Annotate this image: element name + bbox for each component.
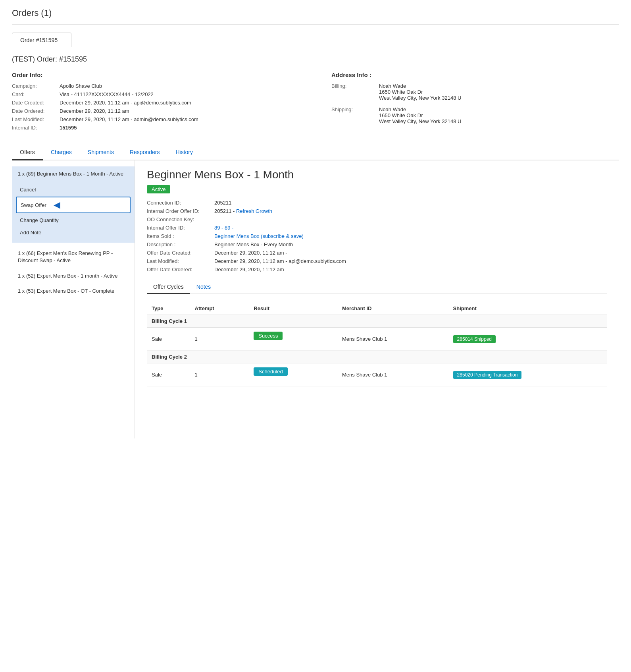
swap-offer-button[interactable]: Swap Offer ◀: [16, 197, 131, 213]
last-modified-value: December 29, 2020, 11:12 am - admin@demo…: [60, 116, 198, 122]
internal-offer-id-label: Internal Offer ID:: [147, 225, 210, 231]
row-result: Success: [249, 328, 337, 351]
tab-history[interactable]: History: [167, 145, 201, 160]
billing-address1: 1650 White Oak Dr: [379, 89, 423, 95]
items-sold-label: Items Sold :: [147, 233, 210, 239]
tab-offer-cycles[interactable]: Offer Cycles: [147, 280, 190, 294]
date-created-value: December 29, 2020, 11:12 am - api@demo.s…: [60, 100, 191, 106]
items-sold-value[interactable]: Beginner Mens Box (subscribe & save): [214, 233, 607, 239]
row-type: Sale: [147, 328, 190, 351]
action-list: Cancel Swap Offer ◀ Change Quantity Add …: [12, 182, 135, 243]
shipping-name: Noah Wade: [379, 106, 406, 112]
description-value: Beginner Mens Box - Every Month: [214, 241, 607, 247]
info-row-shipping: Shipping: Noah Wade 1650 White Oak Dr We…: [331, 106, 619, 124]
info-row-date-ordered: Date Ordered: December 29, 2020, 11:12 a…: [12, 108, 300, 114]
col-shipment: Shipment: [448, 302, 607, 315]
billing-label: Billing:: [331, 83, 375, 101]
oo-connection-key-value: [214, 216, 607, 222]
info-row-last-modified: Last Modified: December 29, 2020, 11:12 …: [12, 116, 300, 122]
billing-address2: West Valley City, New York 32148 U: [379, 95, 461, 101]
date-created-label: Date Created:: [12, 100, 56, 106]
shipment-badge[interactable]: 285014 Shipped: [453, 335, 496, 343]
add-note-button[interactable]: Add Note: [12, 226, 135, 239]
internal-order-offer-id-number: 205211: [214, 208, 231, 214]
card-value: Visa - 411122XXXXXXXX4444 - 12/2022: [60, 91, 154, 97]
shipping-address1: 1650 White Oak Dr: [379, 112, 423, 118]
address-info-block: Address Info : Billing: Noah Wade 1650 W…: [331, 71, 619, 133]
sub-tabs: Offer Cycles Notes: [147, 280, 607, 294]
table-row: Sale 1 Scheduled Mens Shave Club 1 28502…: [147, 363, 607, 386]
last-modified-label-detail: Last Modified:: [147, 258, 210, 264]
tab-offers[interactable]: Offers: [12, 145, 43, 160]
row-attempt: 1: [190, 328, 249, 351]
order-header: (TEST) Order: #151595: [12, 55, 619, 64]
date-ordered-label: Date Ordered:: [12, 108, 56, 114]
info-row-billing: Billing: Noah Wade 1650 White Oak Dr Wes…: [331, 83, 619, 101]
info-section: Order Info: Campaign: Apollo Shave Club …: [12, 71, 619, 133]
row-merchant-id: Mens Shave Club 1: [337, 328, 448, 351]
internal-id-label: Internal ID:: [12, 125, 56, 131]
cancel-button[interactable]: Cancel: [12, 183, 135, 196]
row-shipment: 285014 Shipped: [448, 328, 607, 351]
col-type: Type: [147, 302, 190, 315]
left-arrow-icon: ◀: [54, 200, 60, 210]
internal-id-value: 151595: [60, 125, 77, 131]
billing-address: Noah Wade 1650 White Oak Dr West Valley …: [379, 83, 461, 101]
billing-cycle-2-row: Billing Cycle 2: [147, 351, 607, 363]
tab-bar-top: Order #151595: [12, 33, 619, 47]
campaign-label: Campaign:: [12, 83, 56, 89]
list-item[interactable]: 1 x (52) Expert Mens Box - 1 month - Act…: [12, 268, 135, 284]
last-modified-value-detail: December 29, 2020, 11:12 am - api@demo.s…: [214, 258, 607, 264]
offer-date-created-label: Offer Date Created:: [147, 250, 210, 256]
right-panel: Beginner Mens Box - 1 Month Active Conne…: [135, 160, 619, 438]
campaign-value: Apollo Shave Club: [60, 83, 102, 89]
list-item[interactable]: 1 x (66) Expert Men's Box Renewing PP - …: [12, 246, 135, 268]
list-item[interactable]: 1 x (53) Expert Mens Box - OT - Complete: [12, 284, 135, 299]
billing-cycle-1-row: Billing Cycle 1: [147, 315, 607, 328]
billing-cycle-2-label: Billing Cycle 2: [147, 351, 607, 363]
refresh-growth-link[interactable]: Refresh Growth: [236, 208, 272, 214]
cycles-table: Type Attempt Result Merchant ID Shipment…: [147, 302, 607, 386]
last-modified-label: Last Modified:: [12, 116, 56, 122]
info-row-date-created: Date Created: December 29, 2020, 11:12 a…: [12, 100, 300, 106]
nav-tabs: Offers Charges Shipments Responders Hist…: [12, 145, 619, 160]
result-badge: Success: [254, 332, 283, 340]
info-row-campaign: Campaign: Apollo Shave Club: [12, 83, 300, 89]
shipping-address2: West Valley City, New York 32148 U: [379, 118, 461, 124]
oo-connection-key-label: OO Connection Key:: [147, 216, 210, 222]
tab-notes[interactable]: Notes: [190, 280, 217, 294]
address-info-heading: Address Info :: [331, 71, 619, 78]
offer-title: Beginner Mens Box - 1 Month: [147, 168, 607, 181]
row-attempt: 1: [190, 363, 249, 386]
left-panel: 1 x (89) Beginner Mens Box - 1 Month - A…: [12, 160, 135, 438]
connection-id-label: Connection ID:: [147, 200, 210, 206]
internal-offer-id-value[interactable]: 89 - 89 -: [214, 225, 607, 231]
order-info-heading: Order Info:: [12, 71, 300, 78]
list-item[interactable]: 1 x (89) Beginner Mens Box - 1 Month - A…: [12, 166, 135, 182]
col-attempt: Attempt: [190, 302, 249, 315]
offer-date-created-value: December 29, 2020, 11:12 am -: [214, 250, 607, 256]
description-label: Description :: [147, 241, 210, 247]
row-merchant-id: Mens Shave Club 1: [337, 363, 448, 386]
table-row: Sale 1 Success Mens Shave Club 1 285014 …: [147, 328, 607, 351]
content-area: 1 x (89) Beginner Mens Box - 1 Month - A…: [12, 160, 619, 438]
change-quantity-button[interactable]: Change Quantity: [12, 214, 135, 226]
tab-responders[interactable]: Responders: [122, 145, 168, 160]
tab-shipments[interactable]: Shipments: [80, 145, 122, 160]
shipment-badge[interactable]: 285020 Pending Transaction: [453, 371, 522, 379]
col-merchant-id: Merchant ID: [337, 302, 448, 315]
order-tab[interactable]: Order #151595: [12, 33, 71, 47]
tab-charges[interactable]: Charges: [43, 145, 80, 160]
row-shipment: 285020 Pending Transaction: [448, 363, 607, 386]
connection-id-value: 205211: [214, 200, 607, 206]
card-label: Card:: [12, 91, 56, 97]
order-info-block: Order Info: Campaign: Apollo Shave Club …: [12, 71, 300, 133]
col-result: Result: [249, 302, 337, 315]
internal-order-offer-id-value: 205211 - Refresh Growth: [214, 208, 607, 214]
result-badge: Scheduled: [254, 367, 287, 376]
offer-date-ordered-label: Offer Date Ordered:: [147, 266, 210, 272]
info-row-card: Card: Visa - 411122XXXXXXXX4444 - 12/202…: [12, 91, 300, 97]
page-title: Orders (1): [12, 8, 619, 25]
swap-offer-label: Swap Offer: [21, 202, 46, 208]
page-container: Orders (1) Order #151595 (TEST) Order: #…: [0, 0, 631, 446]
